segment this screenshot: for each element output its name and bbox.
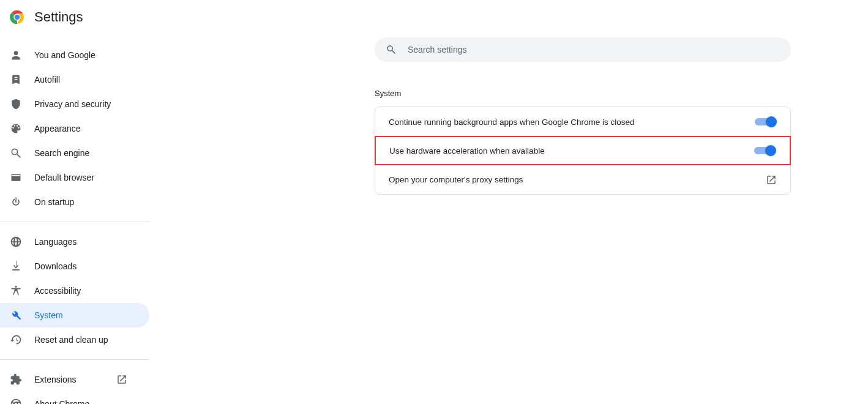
sidebar-item-extensions[interactable]: Extensions	[0, 367, 149, 392]
sidebar-item-autofill[interactable]: Autofill	[0, 67, 149, 92]
sidebar-item-label: About Chrome	[34, 399, 89, 404]
autofill-icon	[10, 73, 22, 86]
row-background-apps: Continue running background apps when Go…	[375, 107, 790, 137]
sidebar-item-appearance[interactable]: Appearance	[0, 116, 149, 141]
sidebar-item-privacy[interactable]: Privacy and security	[0, 92, 149, 116]
search-icon	[10, 147, 22, 159]
sidebar-item-languages[interactable]: Languages	[0, 230, 149, 254]
sidebar-item-about[interactable]: About Chrome	[0, 392, 149, 404]
sidebar-item-on-startup[interactable]: On startup	[0, 190, 149, 214]
search-box[interactable]	[375, 37, 791, 62]
sidebar-item-label: On startup	[34, 197, 74, 207]
row-label: Use hardware acceleration when available	[389, 146, 545, 155]
page-title: Settings	[34, 9, 83, 25]
person-icon	[10, 49, 22, 61]
chrome-outline-icon	[10, 398, 22, 404]
search-input[interactable]	[408, 45, 780, 54]
browser-icon	[10, 171, 22, 184]
row-proxy-settings[interactable]: Open your computer's proxy settings	[375, 165, 790, 194]
sidebar-item-label: Reset and clean up	[34, 335, 108, 345]
sidebar-item-downloads[interactable]: Downloads	[0, 254, 149, 279]
sidebar-divider	[0, 222, 149, 222]
sidebar-item-label: Search engine	[34, 148, 89, 158]
row-label: Continue running background apps when Go…	[389, 118, 635, 127]
sidebar-item-label: Extensions	[34, 375, 76, 384]
extension-icon	[10, 373, 22, 386]
accessibility-icon	[10, 285, 22, 297]
toggle-hardware-acceleration[interactable]	[754, 144, 776, 157]
sidebar-item-default-browser[interactable]: Default browser	[0, 165, 149, 190]
sidebar-item-system[interactable]: System	[0, 303, 149, 327]
sidebar-item-label: You and Google	[34, 50, 95, 60]
sidebar-item-label: Privacy and security	[34, 99, 111, 109]
row-label: Open your computer's proxy settings	[389, 175, 523, 184]
search-icon	[386, 44, 397, 55]
row-hardware-acceleration: Use hardware acceleration when available	[375, 136, 791, 165]
system-card: Continue running background apps when Go…	[375, 107, 791, 195]
power-icon	[10, 196, 22, 208]
sidebar-item-label: Default browser	[34, 173, 94, 182]
toggle-background-apps[interactable]	[755, 116, 777, 128]
sidebar-item-accessibility[interactable]: Accessibility	[0, 279, 149, 303]
open-external-icon	[766, 174, 777, 185]
sidebar-item-you-and-google[interactable]: You and Google	[0, 43, 149, 67]
sidebar-item-search-engine[interactable]: Search engine	[0, 141, 149, 165]
sidebar-item-reset[interactable]: Reset and clean up	[0, 327, 149, 352]
palette-icon	[10, 122, 22, 135]
svg-point-2	[15, 15, 20, 20]
section-title: System	[375, 89, 401, 98]
sidebar-divider	[0, 359, 149, 360]
globe-icon	[10, 236, 22, 248]
chrome-logo-icon	[10, 10, 24, 24]
wrench-icon	[10, 309, 22, 321]
sidebar-item-label: Appearance	[34, 124, 81, 133]
sidebar-item-label: System	[34, 310, 63, 320]
main-content: System Continue running background apps …	[149, 34, 868, 404]
sidebar-item-label: Languages	[34, 237, 77, 247]
header: Settings	[0, 0, 868, 34]
shield-icon	[10, 98, 22, 110]
sidebar-item-label: Autofill	[34, 75, 60, 84]
restore-icon	[10, 334, 22, 346]
sidebar: You and GoogleAutofillPrivacy and securi…	[0, 34, 149, 404]
download-icon	[10, 260, 22, 272]
sidebar-item-label: Downloads	[34, 261, 77, 271]
open-external-icon	[116, 374, 127, 385]
sidebar-item-label: Accessibility	[34, 286, 81, 296]
